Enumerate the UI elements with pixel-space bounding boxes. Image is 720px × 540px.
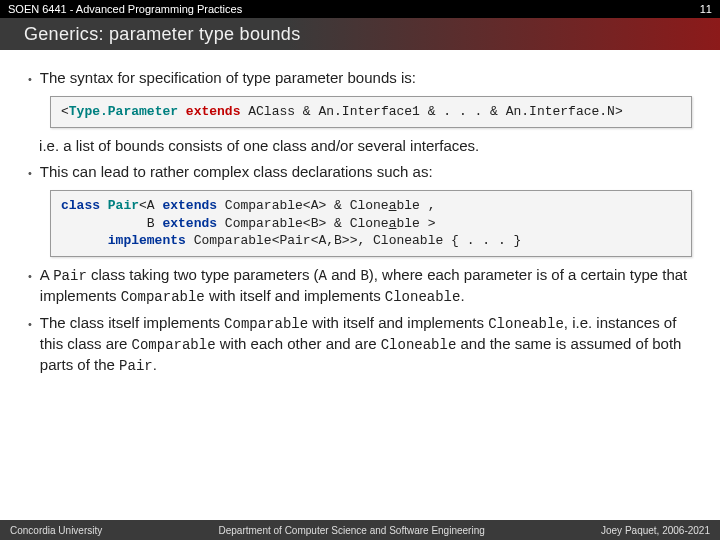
bullet-dot: • [28,317,32,376]
code-block-2: class Pair<A extends Comparable<A> & Clo… [50,190,692,257]
footer-left: Concordia University [10,525,102,536]
page-number: 11 [700,0,712,18]
bullet-1-text: The syntax for specification of type par… [40,68,692,88]
bullet-dot: • [28,166,32,182]
code1-typeparam: Type.Parameter [69,104,178,119]
b4-mid: with itself and implements [308,314,488,331]
c2-ext1: extends [162,198,217,213]
code-block-1: <Type.Parameter extends AClass & An.Inte… [50,96,692,128]
footer-center: Department of Computer Science and Softw… [219,525,485,536]
cloneable-code: Cloneable [385,289,461,305]
b3-and: and [327,266,360,283]
comparable-code: Comparable [132,337,216,353]
pair-code: Pair [53,268,87,284]
code1-gt: > [615,104,623,119]
bullet-2: • This can lead to rather complex class … [28,162,692,182]
b3-mid: class taking two type parameters ( [87,266,319,283]
c2-pair: Pair [108,198,139,213]
A-code: A [319,268,327,284]
bullet-2a-text: i.e. a list of bounds consists of one cl… [39,136,692,156]
top-bar: SOEN 6441 - Advanced Programming Practic… [0,0,720,18]
c2-l2c: Comparable<B> & Clone [217,216,389,231]
cloneable-code: Cloneable [488,316,564,332]
c2-l3a [61,233,108,248]
c2-class: class [61,198,108,213]
bullet-4: • The class itself implements Comparable… [28,313,692,376]
code1-extends: extends [186,104,241,119]
bullet-2-text: This can lead to rather complex class de… [40,162,692,182]
b4-pre: The class itself implements [40,314,224,331]
bullet-dot [28,140,31,156]
b4-dot: . [153,356,157,373]
c2-l2e: ble > [396,216,435,231]
course-label: SOEN 6441 - Advanced Programming Practic… [8,0,242,18]
c2-l1f: a [389,198,397,213]
footer-right: Joey Paquet, 2006-2021 [601,525,710,536]
bullet-dot: • [28,269,32,307]
footer-bar: Concordia University Department of Compu… [0,520,720,540]
comparable-code: Comparable [224,316,308,332]
pair-code: Pair [119,358,153,374]
c2-l1e: Comparable<A> & Clone [217,198,389,213]
b4-mid3: with each other and are [216,335,381,352]
bullet-3: • A Pair class taking two type parameter… [28,265,692,307]
b3-pre: A [40,266,53,283]
bullet-3-text: A Pair class taking two type parameters … [40,265,692,307]
c2-l1c: <A [139,198,162,213]
code1-lt: < [61,104,69,119]
c2-l3c: Comparable<Pair<A,B>>, Cloneable { . . .… [186,233,521,248]
c2-ext2: extends [162,216,217,231]
slide-title: Generics: parameter type bounds [24,24,300,45]
content-area: • The syntax for specification of type p… [0,50,720,375]
B-code: B [360,268,368,284]
title-strip: Generics: parameter type bounds [0,18,720,50]
bullet-1: • The syntax for specification of type p… [28,68,692,88]
c2-l2a: B [61,216,162,231]
code1-rest: AClass & An.Interface1 & . . . & An.Inte… [240,104,614,119]
bullet-4-text: The class itself implements Comparable w… [40,313,692,376]
c2-impl: implements [108,233,186,248]
comparable-code: Comparable [121,289,205,305]
cloneable-code: Cloneable [381,337,457,353]
c2-l1g: ble , [397,198,436,213]
bullet-dot: • [28,72,32,88]
bullet-2a: i.e. a list of bounds consists of one cl… [28,136,692,156]
b3-dot: . [460,287,464,304]
b3-post2: with itself and implements [205,287,385,304]
